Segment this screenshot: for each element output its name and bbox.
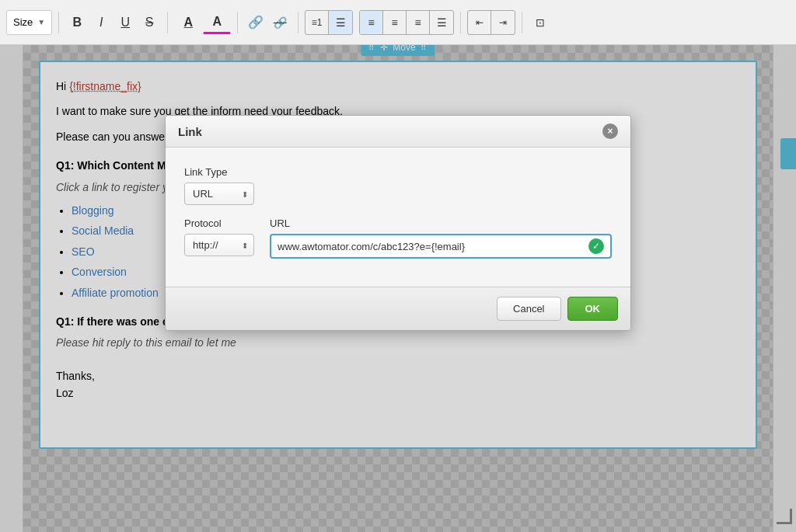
link-type-group: Link Type URL Email Anchor ⬍ xyxy=(184,166,612,205)
dialog-body: Link Type URL Email Anchor ⬍ Protoco xyxy=(166,148,630,287)
separator-4 xyxy=(298,12,298,33)
align-left-button[interactable]: ≡ xyxy=(360,11,383,34)
link-type-select-wrapper: URL Email Anchor ⬍ xyxy=(184,183,254,205)
dialog-title: Link xyxy=(178,125,202,138)
list-format-group: ≡1 ☰ xyxy=(305,10,353,35)
remove-link-button[interactable]: 🔗 xyxy=(268,11,292,34)
protocol-select-wrapper: http:// https:// ftp:// news:// other ⬍ xyxy=(184,234,254,256)
toolbar: Size ▼ B I U S A A 🔗 🔗 xyxy=(0,0,796,45)
close-button[interactable]: × xyxy=(602,123,618,139)
font-bg-button[interactable]: A xyxy=(203,11,231,34)
bold-button[interactable]: B xyxy=(65,11,89,34)
separator-2 xyxy=(167,12,168,33)
indent-group: ⇤ ⇥ xyxy=(467,10,515,35)
font-color-wrapper: A xyxy=(174,11,202,34)
font-bg-color-wrapper: A xyxy=(203,11,231,34)
text-format-group: B I U S xyxy=(65,11,161,34)
modal-overlay: Link × Link Type URL Email Anchor ⬍ xyxy=(0,45,796,532)
size-chevron-icon: ▼ xyxy=(37,18,45,26)
protocol-group: Protocol http:// https:// ftp:// news://… xyxy=(184,217,254,256)
strikethrough-button[interactable]: S xyxy=(138,11,161,34)
link-dialog: Link × Link Type URL Email Anchor ⬍ xyxy=(165,115,631,331)
link-type-label: Link Type xyxy=(184,166,612,178)
unordered-list-button[interactable]: ☰ xyxy=(329,11,352,34)
align-right-button[interactable]: ≡ xyxy=(407,11,430,34)
protocol-label: Protocol xyxy=(184,217,254,229)
font-color-button[interactable]: A xyxy=(174,11,202,34)
dialog-footer: Cancel OK xyxy=(166,287,630,330)
url-input-wrapper: ✓ xyxy=(270,234,612,259)
separator-3 xyxy=(237,12,238,33)
url-label: URL xyxy=(270,217,612,229)
underline-button[interactable]: U xyxy=(113,11,137,34)
content-area: ⠿ ✛ Move ⠿ Hi {!firstname_fix} I want to… xyxy=(0,45,796,532)
separator-5 xyxy=(460,12,461,33)
insert-link-button[interactable]: 🔗 xyxy=(244,11,267,34)
separator-1 xyxy=(58,12,59,33)
text-align-group: ≡ ≡ ≡ ☰ xyxy=(359,10,454,35)
font-color-group: A A xyxy=(174,11,231,34)
link-icon: 🔗 xyxy=(248,15,264,30)
protocol-select[interactable]: http:// https:// ftp:// news:// other xyxy=(184,234,254,256)
dialog-header: Link × xyxy=(166,116,630,148)
size-dropdown[interactable]: Size ▼ xyxy=(6,10,52,35)
link-group: 🔗 🔗 xyxy=(244,11,292,34)
size-label: Size xyxy=(13,16,33,28)
url-group: URL ✓ xyxy=(270,217,612,259)
indent-increase-button[interactable]: ⇥ xyxy=(491,11,515,34)
ordered-list-button[interactable]: ≡1 xyxy=(305,11,329,34)
ok-button[interactable]: OK xyxy=(567,297,619,321)
indent-decrease-button[interactable]: ⇤ xyxy=(468,11,491,34)
separator-6 xyxy=(522,12,522,33)
cancel-button[interactable]: Cancel xyxy=(497,297,560,321)
align-justify-button[interactable]: ☰ xyxy=(430,11,453,34)
italic-button[interactable]: I xyxy=(89,11,113,34)
url-valid-icon: ✓ xyxy=(588,238,604,254)
align-center-button[interactable]: ≡ xyxy=(383,11,407,34)
url-input[interactable] xyxy=(278,241,588,252)
unlink-icon: 🔗 xyxy=(274,16,287,29)
source-button[interactable]: ⊡ xyxy=(529,11,552,34)
url-row: Protocol http:// https:// ftp:// news://… xyxy=(184,217,612,271)
link-type-select[interactable]: URL Email Anchor xyxy=(184,183,254,205)
